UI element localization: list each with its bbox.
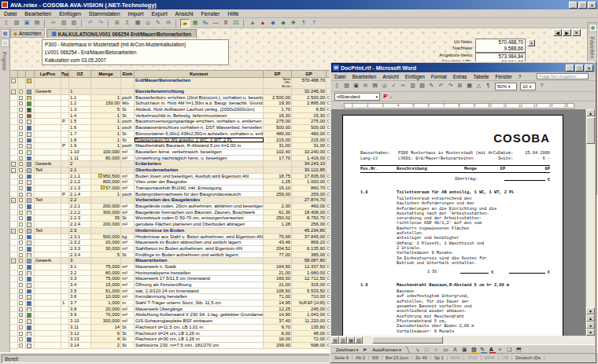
cut-icon[interactable]: ✂: [399, 82, 408, 90]
table-row-3.9[interactable]: ✓3.970,000m²Abdichtung Außenwand V 230 S…: [10, 312, 350, 318]
font-size-combo[interactable]: 10▾: [520, 83, 536, 90]
left-panel-label[interactable]: Projekte: [2, 52, 7, 71]
plus-icon[interactable]: ✚: [289, 19, 298, 28]
help-icon[interactable]: ?: [309, 19, 319, 28]
row-checkbox[interactable]: [19, 90, 23, 94]
normal-view-icon[interactable]: ▤: [331, 336, 339, 344]
expander-icon[interactable]: −: [11, 90, 16, 94]
table-icon[interactable]: ⊞: [456, 82, 464, 90]
table-row-3.8[interactable]: 3.820,000m²Mauerwerk Übergänge12,25245,0…: [10, 307, 350, 313]
right-panel-label[interactable]: Favoriten: [589, 37, 595, 58]
redo-icon[interactable]: ↷: [446, 82, 455, 90]
para-icon[interactable]: ¶: [299, 19, 308, 28]
row-checkbox[interactable]: [19, 175, 23, 178]
column-header-2[interactable]: [26, 70, 35, 78]
word-hscrollbar[interactable]: ▤ ▥ ▦ ▧: [331, 336, 595, 344]
row-checkbox[interactable]: [19, 222, 23, 226]
row-checkbox[interactable]: [19, 101, 23, 105]
calendar-icon[interactable]: 31: [231, 19, 241, 28]
column-header-1[interactable]: [18, 70, 26, 78]
table-row-1.2[interactable]: 1.2150,00WoSchutzzaun m. Holz AM h=1,50m…: [10, 101, 350, 107]
row-checkbox[interactable]: [19, 156, 23, 160]
row-checkbox[interactable]: [19, 295, 23, 299]
row-checkbox[interactable]: [19, 307, 23, 311]
save-icon[interactable]: ▣: [352, 82, 360, 90]
row-checkbox[interactable]: [19, 247, 23, 251]
word-close-button[interactable]: ×: [585, 64, 593, 72]
browse-select-icon[interactable]: ●: [586, 322, 595, 329]
table-row-lv[interactable]: −Erd/Mauer/BetonarbeitenNettoUSt.Brutto5…: [10, 78, 350, 89]
menu-item-Datei[interactable]: Datei: [0, 11, 20, 17]
table-row-2.1.1[interactable]: 2.1.1950,500m³Boden lösen und beseitigen…: [10, 174, 350, 180]
word-maximize-button[interactable]: □: [575, 64, 584, 72]
drawing-icon[interactable]: △: [474, 82, 483, 90]
column-header-Lp/Pos[interactable]: Lp/Pos: [35, 70, 61, 78]
row-checkbox[interactable]: [19, 150, 23, 154]
row-checkbox[interactable]: [19, 162, 23, 166]
row-checkbox[interactable]: [19, 180, 23, 184]
row-checkbox[interactable]: [19, 144, 23, 148]
word-menu-item-?[interactable]: ?: [515, 74, 525, 79]
expander-icon[interactable]: −: [11, 259, 16, 263]
help-icon[interactable]: ?: [537, 82, 546, 90]
table-row-2.3.2[interactable]: 2.3.220,000m³Mauerwerk im Boden abbreche…: [10, 240, 350, 246]
row-checkbox[interactable]: [19, 271, 23, 275]
word-menu-item-Bearbeiten[interactable]: Bearbeiten: [349, 74, 379, 79]
row-checkbox[interactable]: [19, 114, 23, 118]
printlayout-view-icon[interactable]: ▦: [347, 336, 355, 344]
row-checkbox[interactable]: [19, 216, 23, 220]
maximize-button[interactable]: □: [578, 2, 587, 9]
toolbar-options-icon[interactable]: »: [389, 94, 392, 99]
table-row-2.1.3[interactable]: 2.1.357,000m³Transportaushub BU240, inkl…: [10, 186, 350, 192]
table-row-2[interactable]: −Gewerk2Erdarbeiten34.243,10: [10, 161, 350, 167]
table-row-1.11[interactable]: 1.1180,000m²Umwehrung nachträglich herst…: [10, 156, 350, 162]
minus-red-icon[interactable]: ―: [211, 19, 220, 28]
menu-item-Ansicht[interactable]: Ansicht: [172, 11, 197, 17]
column-header-Typ[interactable]: Typ: [61, 70, 69, 78]
redo-icon[interactable]: ↷: [96, 19, 105, 28]
row-checkbox[interactable]: [19, 132, 23, 136]
word-minimize-button[interactable]: _: [566, 64, 574, 72]
word-menu-item-Ansicht[interactable]: Ansicht: [379, 74, 402, 79]
tab-kalkulation[interactable]: ▦ KALKULATION/LV001 066254 Erd/Mauer/Bet…: [46, 29, 197, 38]
diamond-blue-icon[interactable]: ◆: [268, 19, 278, 28]
document-page[interactable]: COSOBA Bauvorhaben: P300 Musterhaus in M…: [342, 115, 563, 336]
favorites-icon[interactable]: ❋: [589, 24, 597, 32]
undo-icon[interactable]: ↶: [86, 19, 95, 28]
column-header-Menge[interactable]: Menge: [91, 70, 121, 78]
mail-icon[interactable]: ✉: [361, 82, 370, 90]
table-row-2.2.4[interactable]: 2.2.4200,000m²gerodete Flächen planieren…: [10, 222, 350, 228]
word-menu-item-Extras[interactable]: Extras: [450, 74, 471, 79]
row-checkbox[interactable]: [19, 241, 23, 245]
print-icon[interactable]: ▤: [32, 19, 42, 28]
table-row-3.12[interactable]: 3.126StFlachsturz d=24 cm, LB 1,26 m8,00…: [10, 331, 350, 337]
row-checkbox[interactable]: [19, 126, 23, 130]
menu-item-Bearbeiten[interactable]: Bearbeiten: [20, 11, 55, 17]
row-checkbox[interactable]: [19, 198, 23, 202]
menu-item-Export[interactable]: Export: [147, 11, 171, 17]
menu-item-Einfügen[interactable]: Einfügen: [55, 11, 85, 17]
table-row-3.14[interactable]: 3.142StStahlstürze 230, m=7,5 mm, 181/27…: [10, 343, 350, 349]
edit-icon[interactable]: ✎: [153, 19, 163, 28]
copy-icon[interactable]: ▥: [408, 82, 417, 90]
table-row-3[interactable]: −Gewerk3Mauerarbeiten58.087,80: [10, 258, 350, 264]
table-row-3.2[interactable]: 3.280,000m²Horizontalsperre herstellen21…: [10, 270, 350, 277]
row-checkbox[interactable]: [19, 283, 23, 287]
percent-icon[interactable]: ‰: [201, 19, 210, 28]
table-row-1.9[interactable]: P1.91pschMaschendraht Bauzaun, R-Abstand…: [10, 143, 350, 149]
column-header-OZ[interactable]: OZ: [69, 70, 91, 78]
table-row-2.1.2[interactable]: 2.1.2800,000m³Vlies unter der Baugrube1,…: [10, 179, 350, 186]
table-row-3.5[interactable]: 3.551,000m²stat. 2,0/120 24 cm Innenwand…: [10, 289, 350, 295]
zeichnen-button[interactable]: Zeichnen ▾: [334, 347, 360, 352]
table-icon[interactable]: ⊞: [113, 19, 122, 28]
row-checkbox[interactable]: [19, 259, 23, 263]
table-row-2.2.2[interactable]: 2.2.2300,000m²Baugelände freimachen von …: [10, 210, 350, 216]
table-row-1.3[interactable]: 1.35StAbdeck. Holz-Aufbauten Laufrost ve…: [10, 107, 350, 113]
table-row-1.5[interactable]: P1.51pschBaustromversorgungsanlage erric…: [10, 119, 350, 125]
style-combo[interactable]: rtfStandard ▾: [334, 93, 380, 101]
word-menu-item-Einfügen[interactable]: Einfügen: [402, 74, 428, 79]
building-icon[interactable]: ⌂: [1, 39, 9, 47]
outline-view-icon[interactable]: ▧: [355, 336, 363, 344]
table-row-3.6[interactable]: 3.610,000m²Kerndämmung herstellen71,0071…: [10, 294, 350, 300]
table-row-2.2.3[interactable]: 2.2.335StWurzelstock roden D 50-70 cm, e…: [10, 215, 350, 222]
